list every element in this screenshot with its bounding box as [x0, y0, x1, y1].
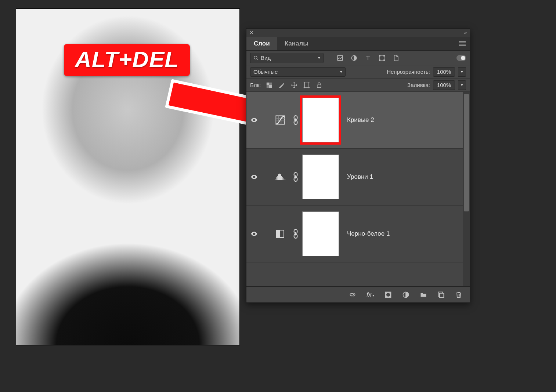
lock-transparency-icon[interactable]: [266, 82, 272, 88]
eye-icon: [250, 173, 258, 181]
svg-point-7: [384, 55, 385, 56]
mask-link-icon[interactable]: [290, 114, 302, 126]
layer-name[interactable]: Кривые 2: [347, 116, 374, 124]
svg-point-8: [379, 59, 380, 61]
layer-row[interactable]: Кривые 2: [246, 92, 463, 149]
tab-layers-label: Слои: [254, 40, 270, 47]
blend-row: Обычные ▾ Непрозрачность: 100% ▾: [246, 65, 470, 79]
svg-rect-12: [269, 82, 272, 85]
tab-channels[interactable]: Каналы: [277, 37, 316, 50]
add-mask-icon[interactable]: [384, 291, 392, 298]
tab-channels-label: Каналы: [285, 40, 308, 47]
layers-panel: ✕ « Слои Каналы Вид ▾ Обычн: [246, 28, 470, 303]
bw-adjust-icon: [274, 228, 286, 240]
filter-adjust-icon[interactable]: [351, 55, 357, 61]
visibility-toggle[interactable]: [249, 115, 259, 125]
svg-rect-22: [277, 176, 278, 180]
blend-mode-dropdown[interactable]: Обычные ▾: [250, 67, 346, 77]
layer-search-label: Вид: [261, 55, 271, 61]
visibility-toggle[interactable]: [249, 172, 259, 182]
filter-shape-icon[interactable]: [379, 55, 385, 61]
layers-scrollbar[interactable]: [463, 92, 470, 286]
lock-artboard-icon[interactable]: [303, 82, 310, 88]
lock-row: Блк: Заливка: 100% ▾: [246, 79, 470, 92]
opacity-chevron-icon[interactable]: ▾: [458, 67, 466, 77]
svg-rect-26: [281, 176, 282, 180]
panel-titlebar: ✕ «: [246, 29, 470, 37]
svg-rect-25: [280, 174, 281, 180]
svg-point-6: [379, 55, 380, 56]
svg-point-39: [386, 293, 390, 297]
scrollbar-thumb[interactable]: [464, 94, 469, 211]
svg-rect-28: [284, 178, 284, 180]
annotation-badge-text: ALT+DEL: [75, 47, 179, 72]
add-adjustment-icon[interactable]: [402, 291, 409, 298]
svg-rect-13: [267, 85, 269, 88]
fill-chevron-icon[interactable]: ▾: [458, 80, 466, 90]
link-layers-icon[interactable]: [349, 291, 356, 298]
chevron-down-icon: ▾: [340, 69, 342, 74]
fill-value[interactable]: 100%: [433, 80, 455, 90]
layer-name[interactable]: Уровни 1: [347, 173, 373, 181]
blend-mode-value: Обычные: [253, 69, 278, 75]
layers-list: Кривые 2 Уровни 1: [246, 92, 470, 286]
delete-layer-icon[interactable]: [455, 291, 462, 298]
lock-all-icon[interactable]: [316, 82, 322, 88]
filter-type-icon[interactable]: [365, 55, 371, 61]
eye-icon: [250, 230, 258, 237]
chevron-down-icon: ▾: [318, 55, 320, 60]
new-layer-icon[interactable]: [437, 291, 445, 298]
fill-label: Заливка:: [407, 82, 430, 88]
canvas-area: ALT+DEL: [16, 9, 239, 345]
lock-move-icon[interactable]: [291, 82, 297, 88]
close-icon[interactable]: ✕: [249, 30, 254, 36]
lock-label: Блк:: [250, 82, 261, 88]
panel-menu-icon[interactable]: [455, 37, 470, 50]
collapse-icon[interactable]: «: [464, 30, 467, 36]
fill-value-text: 100%: [437, 82, 451, 88]
eye-icon: [250, 116, 258, 124]
svg-line-2: [257, 58, 258, 59]
layer-filter-icons: [337, 55, 399, 61]
filter-toggle[interactable]: [456, 55, 466, 61]
layer-name[interactable]: Черно-белое 1: [347, 230, 390, 237]
visibility-toggle[interactable]: [249, 229, 259, 239]
svg-rect-5: [380, 56, 384, 60]
search-icon: [253, 55, 259, 61]
svg-rect-42: [440, 293, 444, 297]
layer-fx-icon[interactable]: fx ▾: [367, 291, 374, 298]
layers-panel-bottom-bar: fx ▾: [246, 286, 470, 302]
svg-rect-21: [276, 177, 277, 180]
layer-mask-thumbnail[interactable]: [302, 211, 339, 256]
svg-rect-10: [267, 82, 269, 85]
lock-paint-icon[interactable]: [278, 82, 285, 88]
add-group-icon[interactable]: [420, 291, 427, 298]
svg-point-1: [254, 56, 257, 59]
curves-adjust-icon: [274, 114, 286, 126]
opacity-label: Непрозрачность:: [387, 69, 430, 75]
opacity-value-text: 100%: [437, 69, 451, 75]
svg-rect-15: [317, 85, 321, 88]
filter-pixel-icon[interactable]: [337, 55, 343, 61]
tab-layers[interactable]: Слои: [246, 37, 277, 50]
opacity-value[interactable]: 100%: [433, 67, 455, 77]
svg-rect-29: [285, 179, 285, 180]
lock-icons: [266, 82, 322, 88]
mask-link-icon[interactable]: [290, 228, 302, 240]
svg-rect-14: [304, 83, 309, 87]
layer-row[interactable]: Черно-белое 1: [246, 206, 463, 262]
svg-rect-24: [279, 174, 280, 180]
svg-rect-11: [269, 85, 272, 88]
mask-link-icon[interactable]: [290, 171, 302, 183]
filter-smart-icon[interactable]: [393, 55, 399, 61]
layer-filter-row: Вид ▾: [246, 51, 470, 65]
layer-row[interactable]: Уровни 1: [246, 149, 463, 206]
svg-point-9: [384, 59, 385, 61]
svg-rect-34: [277, 230, 280, 237]
annotation-badge: ALT+DEL: [64, 44, 190, 76]
layer-mask-thumbnail[interactable]: [302, 155, 339, 199]
svg-rect-3: [337, 55, 343, 61]
layer-search-dropdown[interactable]: Вид ▾: [250, 53, 324, 63]
layer-mask-thumbnail[interactable]: [302, 98, 339, 142]
panel-tabs: Слои Каналы: [246, 37, 470, 51]
